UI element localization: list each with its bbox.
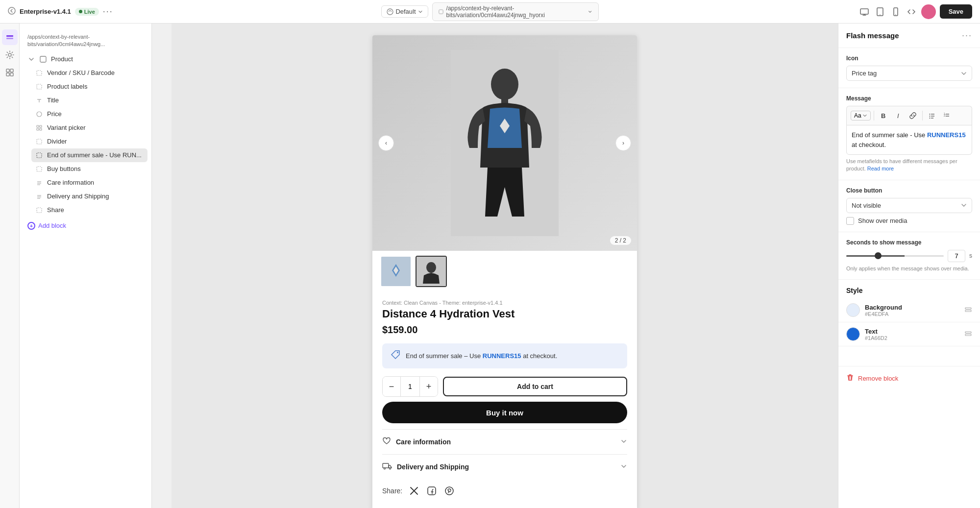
svg-rect-18 bbox=[37, 71, 42, 75]
delivery-truck-icon bbox=[382, 461, 392, 472]
flash-banner: End of summer sale – Use RUNNERS15 at ch… bbox=[382, 343, 627, 368]
link-button[interactable] bbox=[906, 109, 919, 122]
icon-strip bbox=[0, 24, 20, 508]
svg-rect-36 bbox=[37, 208, 42, 213]
ordered-list-button[interactable]: 1.2. bbox=[940, 109, 953, 122]
sidebar-item-product[interactable]: Product bbox=[24, 52, 147, 66]
svg-point-52 bbox=[929, 114, 930, 115]
time-slider[interactable] bbox=[846, 255, 944, 257]
sidebar-item-care[interactable]: Care information bbox=[31, 176, 147, 190]
prev-image-button[interactable]: ‹ bbox=[378, 135, 394, 151]
text-color-row: Text #1A66D2 bbox=[838, 322, 980, 346]
topbar-right: Save bbox=[655, 4, 972, 19]
sidebar-product-label: Product bbox=[51, 55, 73, 63]
facebook-icon[interactable] bbox=[426, 485, 438, 497]
text-color-layers-icon[interactable] bbox=[964, 330, 972, 339]
sidebar-item-delivery[interactable]: Delivery and Shipping bbox=[31, 190, 147, 203]
unordered-list-button[interactable] bbox=[926, 109, 938, 122]
add-to-cart-button[interactable]: Add to cart bbox=[443, 377, 627, 396]
sidebar-item-price[interactable]: Price bbox=[31, 107, 147, 121]
font-select[interactable]: Aa bbox=[851, 111, 871, 121]
svg-rect-64 bbox=[965, 332, 971, 333]
svg-point-54 bbox=[929, 116, 930, 117]
sidebar-item-product-labels[interactable]: Product labels bbox=[31, 80, 147, 94]
text-color-swatch[interactable] bbox=[846, 327, 860, 341]
remove-block-label: Remove block bbox=[858, 375, 898, 382]
slider-row: s bbox=[846, 250, 972, 262]
desktop-view-icon[interactable] bbox=[858, 6, 870, 18]
remove-block-button[interactable]: Remove block bbox=[838, 366, 980, 390]
svg-point-51 bbox=[445, 487, 453, 495]
qty-decrease-button[interactable]: − bbox=[383, 377, 400, 396]
variant-icon bbox=[35, 124, 43, 132]
svg-rect-50 bbox=[428, 487, 436, 495]
read-more-link[interactable]: Read more bbox=[867, 166, 894, 171]
icon-select[interactable]: Price tag bbox=[846, 66, 972, 81]
sidebar-item-buy-buttons[interactable]: Buy buttons bbox=[31, 162, 147, 176]
mobile-view-icon[interactable] bbox=[890, 6, 902, 18]
italic-button[interactable]: I bbox=[892, 109, 905, 122]
editor-text-after: at checkout. bbox=[852, 141, 886, 148]
care-chevron-icon bbox=[620, 438, 627, 446]
show-over-media-checkbox[interactable] bbox=[846, 217, 854, 225]
panel-header: Flash message ··· bbox=[838, 24, 980, 48]
save-button[interactable]: Save bbox=[940, 4, 972, 19]
svg-rect-3 bbox=[860, 9, 868, 14]
sidebar-item-flash[interactable]: End of summer sale - Use RUN... bbox=[31, 148, 147, 162]
product-image bbox=[372, 35, 637, 251]
add-block-icon: + bbox=[27, 222, 35, 230]
care-heart-icon bbox=[382, 436, 391, 447]
svg-text:2.: 2. bbox=[944, 114, 946, 117]
text-color-name: Text bbox=[865, 328, 887, 335]
tablet-view-icon[interactable] bbox=[874, 6, 886, 18]
layers-icon-btn[interactable] bbox=[2, 29, 18, 45]
apps-icon-btn[interactable] bbox=[2, 65, 18, 80]
svg-rect-26 bbox=[40, 128, 42, 130]
main-layout: /apps/context-by-relevant-bits/variation… bbox=[0, 24, 980, 508]
topbar-more-button[interactable]: ··· bbox=[103, 6, 113, 17]
qty-increase-button[interactable]: + bbox=[420, 377, 438, 396]
sidebar-item-divider[interactable]: Divider bbox=[31, 135, 147, 148]
bold-button[interactable]: B bbox=[877, 109, 890, 122]
product-info: Context: Clean Canvas - Theme: enterpris… bbox=[372, 292, 637, 508]
svg-rect-28 bbox=[37, 153, 42, 158]
sidebar-breadcrumb: /apps/context-by-relevant-bits/variation… bbox=[20, 29, 151, 52]
thumbnail-1[interactable] bbox=[380, 256, 412, 287]
twitter-icon[interactable] bbox=[408, 485, 420, 497]
default-select[interactable]: Default bbox=[381, 5, 428, 18]
settings-icon-btn[interactable] bbox=[2, 47, 18, 63]
quantity-value: 1 bbox=[400, 377, 420, 396]
sidebar-item-share[interactable]: Share bbox=[31, 203, 147, 217]
svg-point-9 bbox=[895, 14, 896, 15]
sidebar-item-variant-picker[interactable]: Variant picker bbox=[31, 121, 147, 135]
thumb-img-1 bbox=[381, 257, 411, 286]
flash-text: End of summer sale – Use RUNNERS15 at ch… bbox=[406, 352, 619, 360]
bg-color-row: Background #E4EDFA bbox=[838, 298, 980, 322]
editor-body[interactable]: End of summer sale - Use RUNNERS15 at ch… bbox=[846, 125, 972, 155]
pinterest-icon[interactable] bbox=[443, 485, 455, 497]
back-button[interactable] bbox=[8, 7, 16, 17]
sidebar-item-title[interactable]: Title bbox=[31, 94, 147, 107]
svg-rect-29 bbox=[37, 167, 42, 171]
editor-hint: Use metafields to have different message… bbox=[846, 158, 972, 173]
variant-picker-label: Variant picker bbox=[47, 124, 86, 131]
next-image-button[interactable]: › bbox=[615, 135, 631, 151]
svg-point-46 bbox=[397, 352, 398, 353]
sidebar-item-vendor[interactable]: Vendor / SKU / Barcode bbox=[31, 66, 147, 80]
panel-more-button[interactable]: ··· bbox=[962, 30, 972, 41]
style-section-title: Style bbox=[838, 280, 980, 298]
buy-now-button[interactable]: Buy it now bbox=[382, 402, 627, 423]
close-button-select[interactable]: Not visible bbox=[846, 198, 972, 213]
thumbnail-2[interactable] bbox=[416, 256, 447, 287]
time-input[interactable] bbox=[948, 250, 965, 262]
svg-point-45 bbox=[426, 262, 436, 273]
user-avatar[interactable] bbox=[921, 4, 936, 19]
delivery-accordion-header[interactable]: Delivery and Shipping bbox=[382, 461, 627, 472]
price-label: Price bbox=[47, 110, 62, 118]
buy-row: − 1 + Add to cart bbox=[382, 376, 627, 397]
code-view-icon[interactable] bbox=[906, 6, 917, 18]
care-accordion-header[interactable]: Care information bbox=[382, 436, 627, 447]
bg-color-layers-icon[interactable] bbox=[964, 306, 972, 315]
add-block-button[interactable]: + Add block bbox=[24, 219, 147, 233]
bg-color-swatch[interactable] bbox=[846, 303, 860, 317]
